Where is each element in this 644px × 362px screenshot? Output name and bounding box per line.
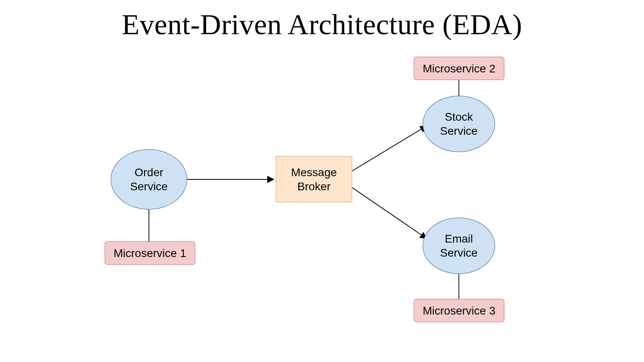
node-message-broker: MessageBroker bbox=[276, 156, 352, 202]
node-microservice-2-label: Microservice 2 bbox=[423, 62, 495, 76]
node-microservice-3-label: Microservice 3 bbox=[423, 304, 495, 318]
node-stock-service-label: StockService bbox=[440, 110, 477, 138]
arrow-broker-to-stock bbox=[350, 126, 427, 172]
arrow-broker-to-email bbox=[350, 186, 427, 239]
node-microservice-3: Microservice 3 bbox=[414, 299, 504, 322]
node-email-service-label: EmailService bbox=[440, 232, 477, 260]
node-email-service: EmailService bbox=[423, 218, 495, 274]
node-order-service: OrderService bbox=[111, 149, 187, 210]
node-order-service-label: OrderService bbox=[130, 165, 167, 193]
diagram-canvas: OrderService MessageBroker StockService … bbox=[0, 41, 644, 355]
node-stock-service: StockService bbox=[423, 96, 495, 152]
node-microservice-1-label: Microservice 1 bbox=[114, 246, 186, 260]
node-microservice-1: Microservice 1 bbox=[105, 241, 195, 265]
diagram-title: Event-Driven Architecture (EDA) bbox=[0, 8, 644, 41]
node-message-broker-label: MessageBroker bbox=[291, 165, 337, 193]
node-microservice-2: Microservice 2 bbox=[414, 57, 504, 80]
